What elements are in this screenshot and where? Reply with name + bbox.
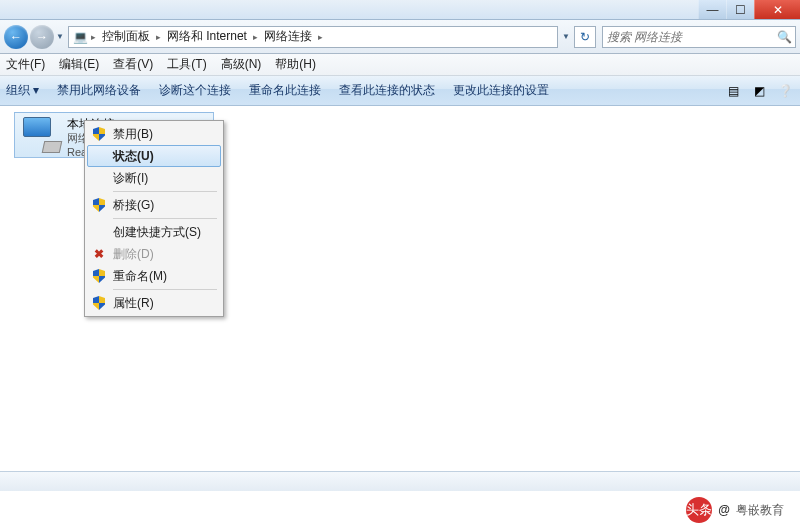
refresh-button[interactable]: ↻	[574, 26, 596, 48]
maximize-button[interactable]: ☐	[726, 0, 754, 19]
ctx-disable[interactable]: 禁用(B)	[87, 123, 221, 145]
watermark-at: @	[718, 503, 730, 517]
menu-edit[interactable]: 编辑(E)	[59, 56, 99, 73]
menu-tools[interactable]: 工具(T)	[167, 56, 206, 73]
breadcrumb-seg-0[interactable]: 控制面板	[98, 28, 154, 45]
menu-advanced[interactable]: 高级(N)	[221, 56, 262, 73]
window-titlebar: — ☐ ✕	[0, 0, 800, 20]
search-icon[interactable]: 🔍	[777, 30, 791, 44]
menu-bar: 文件(F) 编辑(E) 查看(V) 工具(T) 高级(N) 帮助(H)	[0, 54, 800, 76]
ctx-bridge-label: 桥接(G)	[113, 197, 154, 214]
history-dropdown-icon[interactable]: ▼	[56, 32, 64, 41]
ctx-disable-label: 禁用(B)	[113, 126, 153, 143]
watermark: 头条 @ 粤嵌教育	[686, 497, 784, 523]
shield-icon	[91, 268, 107, 284]
back-button[interactable]: ←	[4, 25, 28, 49]
command-toolbar: 组织 ▾ 禁用此网络设备 诊断这个连接 重命名此连接 查看此连接的状态 更改此连…	[0, 76, 800, 106]
view-mode-icon[interactable]: ▤	[724, 82, 742, 100]
ctx-separator	[113, 191, 217, 192]
tb-disable-device[interactable]: 禁用此网络设备	[57, 82, 141, 99]
context-menu: 禁用(B) 状态(U) 诊断(I) 桥接(G) 创建快捷方式(S) ✖ 删除(D…	[84, 120, 224, 317]
tb-change-settings[interactable]: 更改此连接的设置	[453, 82, 549, 99]
network-icon: 💻	[73, 29, 89, 45]
breadcrumb-sep-icon: ▸	[91, 32, 96, 42]
shield-icon	[91, 197, 107, 213]
search-input[interactable]	[607, 30, 777, 44]
search-box[interactable]: 🔍	[602, 26, 796, 48]
ctx-properties-label: 属性(R)	[113, 295, 154, 312]
help-icon[interactable]: ❔	[776, 82, 794, 100]
toolbar-right: ▤ ◩ ❔	[724, 82, 794, 100]
breadcrumb-sep-icon: ▸	[156, 32, 161, 42]
breadcrumb-seg-2[interactable]: 网络连接	[260, 28, 316, 45]
ctx-bridge[interactable]: 桥接(G)	[87, 194, 221, 216]
ctx-shortcut[interactable]: 创建快捷方式(S)	[87, 221, 221, 243]
ctx-rename-label: 重命名(M)	[113, 268, 167, 285]
menu-file[interactable]: 文件(F)	[6, 56, 45, 73]
tb-view-status[interactable]: 查看此连接的状态	[339, 82, 435, 99]
breadcrumb-sep-icon: ▸	[318, 32, 323, 42]
ctx-diagnose-label: 诊断(I)	[113, 170, 148, 187]
ctx-status-label: 状态(U)	[113, 148, 154, 165]
watermark-name: 粤嵌教育	[736, 502, 784, 519]
ctx-status[interactable]: 状态(U)	[87, 145, 221, 167]
menu-view[interactable]: 查看(V)	[113, 56, 153, 73]
breadcrumb-sep-icon: ▸	[253, 32, 258, 42]
tb-rename[interactable]: 重命名此连接	[249, 82, 321, 99]
status-bar	[0, 471, 800, 491]
menu-help[interactable]: 帮助(H)	[275, 56, 316, 73]
ctx-diagnose[interactable]: 诊断(I)	[87, 167, 221, 189]
delete-icon: ✖	[91, 246, 107, 262]
ctx-rename[interactable]: 重命名(M)	[87, 265, 221, 287]
lan-icon	[21, 117, 61, 153]
tb-diagnose[interactable]: 诊断这个连接	[159, 82, 231, 99]
forward-button[interactable]: →	[30, 25, 54, 49]
preview-pane-icon[interactable]: ◩	[750, 82, 768, 100]
nav-bar: ← → ▼ 💻 ▸ 控制面板 ▸ 网络和 Internet ▸ 网络连接 ▸ ▼…	[0, 20, 800, 54]
watermark-badge: 头条	[686, 497, 712, 523]
ctx-properties[interactable]: 属性(R)	[87, 292, 221, 314]
ctx-delete-label: 删除(D)	[113, 246, 154, 263]
organize-button[interactable]: 组织 ▾	[6, 82, 39, 99]
close-button[interactable]: ✕	[754, 0, 800, 19]
ctx-delete: ✖ 删除(D)	[87, 243, 221, 265]
nav-arrows: ← → ▼	[4, 25, 64, 49]
ctx-shortcut-label: 创建快捷方式(S)	[113, 224, 201, 241]
breadcrumb-seg-1[interactable]: 网络和 Internet	[163, 28, 251, 45]
ctx-separator	[113, 218, 217, 219]
breadcrumb[interactable]: 💻 ▸ 控制面板 ▸ 网络和 Internet ▸ 网络连接 ▸	[68, 26, 558, 48]
breadcrumb-drop-icon[interactable]: ▼	[562, 32, 570, 41]
shield-icon	[91, 295, 107, 311]
shield-icon	[91, 126, 107, 142]
minimize-button[interactable]: —	[698, 0, 726, 19]
ctx-separator	[113, 289, 217, 290]
